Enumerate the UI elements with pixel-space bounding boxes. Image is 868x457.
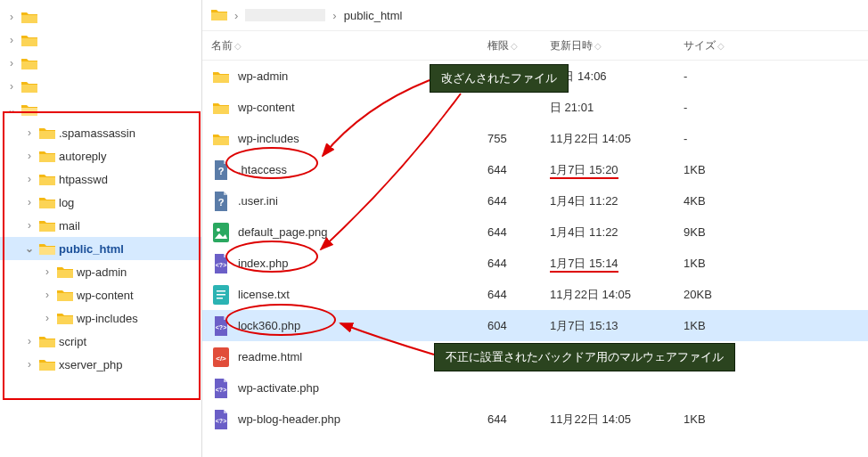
image-icon [211, 223, 231, 242]
breadcrumb-masked [245, 9, 325, 21]
expand-icon[interactable]: › [41, 265, 53, 278]
file-size: 1KB [684, 163, 755, 176]
expand-icon[interactable]: › [41, 312, 53, 324]
file-row[interactable]: <?>wp-blog-header.php64411月22日 14:051KB [202, 404, 868, 435]
file-row[interactable]: <?>lock360.php6041月7日 15:131KB [202, 310, 868, 341]
file-date: 11月22日 14:05 [550, 131, 684, 147]
file-perm: 644 [487, 288, 550, 301]
file-size: - [684, 132, 755, 145]
file-date: 1月7日 15:20 [550, 162, 684, 178]
tree-item[interactable]: › [0, 75, 201, 98]
file-size: - [684, 69, 755, 83]
file-name: wp-activate.php [238, 381, 487, 395]
breadcrumb-current[interactable]: public_html [344, 9, 403, 22]
tree-item[interactable]: ›mail [0, 214, 201, 237]
file-size: 1KB [684, 257, 755, 270]
tree-label: script [59, 335, 86, 348]
expand-icon[interactable]: › [5, 57, 18, 69]
tree-label: wp-admin [77, 265, 127, 279]
file-date: 11月22日 14:05 [550, 412, 684, 428]
expand-icon[interactable]: › [23, 196, 36, 208]
col-size[interactable]: サイズ◇ [684, 38, 755, 53]
file-perm: 644 [487, 257, 550, 270]
file-date: 1月7日 15:14 [550, 256, 684, 272]
expand-icon[interactable]: › [5, 11, 18, 23]
file-name: license.txt [238, 288, 487, 301]
tree-item[interactable]: › [0, 52, 201, 75]
file-name: wp-content [238, 101, 487, 114]
file-row[interactable]: license.txt64411月22日 14:0520KB [202, 279, 868, 310]
tree-item[interactable]: › [0, 29, 201, 52]
tree-item[interactable]: ›wp-content [0, 283, 201, 306]
file-row[interactable]: default_page.png6441月4日 11:229KB [202, 216, 868, 248]
folder-icon [21, 34, 37, 46]
expand-icon[interactable]: › [23, 173, 36, 185]
file-row[interactable]: <?>wp-activate.php [202, 372, 868, 404]
tree-label: public_html [59, 242, 124, 256]
callout-tampered: 改ざんされたファイル [430, 64, 569, 93]
file-perm: 644 [487, 225, 550, 239]
expand-icon[interactable]: › [23, 219, 36, 232]
tree-item[interactable]: ›htpasswd [0, 167, 201, 191]
svg-text:<?>: <?> [216, 418, 226, 424]
expand-icon[interactable]: › [23, 126, 36, 139]
svg-text:<?>: <?> [216, 262, 226, 268]
file-size: 1KB [684, 412, 755, 426]
expand-icon[interactable]: › [23, 358, 36, 371]
expand-icon[interactable]: › [5, 34, 18, 46]
text-icon [211, 285, 231, 305]
breadcrumb: › › public_html [202, 0, 868, 31]
tree-item[interactable]: › [0, 5, 201, 29]
unknown-icon: ? [211, 160, 231, 180]
folder-icon [21, 57, 37, 69]
expand-icon[interactable]: ⌄ [23, 242, 36, 255]
file-perm: 644 [487, 194, 550, 208]
file-date: 1月4日 11:22 [550, 193, 684, 209]
svg-text:</>: </> [216, 355, 226, 363]
tree-label: .spamassassin [59, 126, 135, 140]
tree-label [41, 34, 67, 47]
svg-rect-8 [217, 298, 223, 299]
file-row[interactable]: wp-content日 21:01- [202, 92, 868, 123]
tree-item[interactable]: ⌄ [0, 98, 201, 121]
expand-icon[interactable]: › [23, 335, 36, 347]
tree-item[interactable]: ⌄public_html [0, 237, 201, 260]
file-name: wp-blog-header.php [238, 412, 487, 426]
col-date[interactable]: 更新日時◇ [550, 38, 684, 53]
tree-label: wp-content [77, 289, 134, 302]
tree-item[interactable]: ›script [0, 330, 201, 353]
file-date: 1月4日 11:22 [550, 224, 684, 241]
tree-label: htpasswd [59, 173, 108, 186]
tree-label [41, 57, 67, 70]
expand-icon[interactable]: › [5, 80, 18, 93]
file-row[interactable]: ?.htaccess6441月7日 15:201KB [202, 154, 868, 185]
tree-item[interactable]: ›xserver_php [0, 353, 201, 376]
chevron-right-icon: › [332, 9, 336, 22]
html-icon: </> [211, 347, 231, 367]
expand-icon[interactable]: › [23, 150, 36, 162]
file-size: 20KB [684, 288, 755, 301]
folder-icon [39, 173, 55, 185]
file-row[interactable]: wp-includes75511月22日 14:05- [202, 123, 868, 154]
file-row[interactable]: <?>index.php6441月7日 15:141KB [202, 248, 868, 279]
folder-icon [211, 98, 231, 118]
expand-icon[interactable]: › [41, 289, 53, 301]
file-perm: 644 [487, 163, 550, 176]
file-size: 9KB [684, 225, 755, 239]
callout-backdoor: 不正に設置されたバックドア用のマルウェアファイル [434, 343, 735, 371]
tree-item[interactable]: ›wp-admin [0, 260, 201, 283]
tree-item[interactable]: ›autoreply [0, 144, 201, 167]
file-name: wp-includes [238, 132, 487, 145]
tree-item[interactable]: ›log [0, 191, 201, 214]
folder-icon [39, 358, 55, 371]
tree-item[interactable]: ›.spamassassin [0, 121, 201, 144]
col-name[interactable]: 名前◇ [211, 38, 487, 53]
file-list: wp-admin22日 14:06-wp-content日 21:01-wp-i… [202, 61, 868, 435]
php-icon: <?> [211, 254, 231, 273]
expand-icon[interactable]: ⌄ [5, 103, 18, 116]
col-perm[interactable]: 権限◇ [487, 38, 550, 53]
folder-icon [57, 265, 73, 278]
tree-item[interactable]: ›wp-includes [0, 306, 201, 330]
file-perm: 755 [487, 132, 550, 145]
file-row[interactable]: ?.user.ini6441月4日 11:224KB [202, 185, 868, 216]
